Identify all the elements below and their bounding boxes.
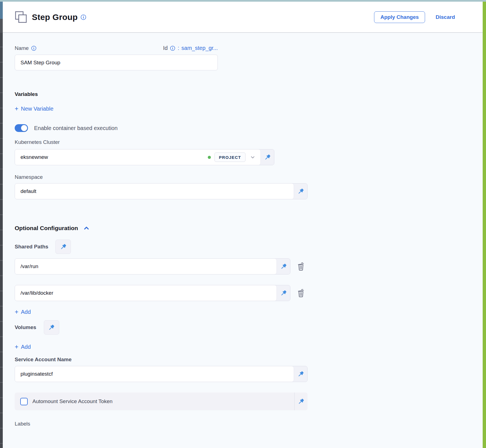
namespace-input[interactable] (21, 188, 289, 194)
container-execution-toggle[interactable] (15, 124, 28, 132)
id-info-icon[interactable] (170, 45, 175, 51)
id-colon: : (178, 45, 179, 51)
plus-icon: + (15, 309, 18, 315)
automount-checkbox[interactable] (20, 398, 28, 405)
optional-configuration-title: Optional Configuration (15, 225, 78, 231)
drawer-content: Name Id : (3, 45, 483, 427)
plus-icon: + (15, 106, 18, 112)
toggle-knob (21, 125, 27, 131)
name-input[interactable] (15, 55, 218, 70)
scope-badge: PROJECT (214, 152, 245, 162)
service-account-field-group (15, 366, 308, 382)
shared-path-input-1[interactable] (21, 263, 272, 269)
top-edge-strip (0, 0, 486, 2)
drawer-header: Step Group Apply Changes Discard (3, 2, 483, 33)
discard-button[interactable]: Discard (436, 14, 455, 20)
step-group-icon (15, 11, 27, 24)
step-group-drawer: Step Group Apply Changes Discard Name (3, 2, 483, 448)
shared-path-row (15, 285, 483, 301)
service-account-pin-button[interactable] (294, 366, 307, 382)
shared-path-row (15, 258, 483, 274)
automount-row: Automount Service Account Token (15, 393, 308, 410)
plus-icon: + (15, 344, 18, 350)
right-edge-strip (483, 2, 486, 448)
entity-id: Id : sam_step_gr... (163, 45, 218, 51)
name-info-icon[interactable] (31, 45, 37, 51)
add-shared-path-button[interactable]: + Add (15, 309, 31, 315)
kubernetes-cluster-value: eksnewnew (21, 154, 208, 160)
shared-paths-label: Shared Paths (15, 244, 48, 250)
shared-path-2-pin-button[interactable] (277, 285, 290, 301)
kubernetes-cluster-label: Kubernetes Cluster (15, 139, 483, 145)
info-icon[interactable] (80, 14, 86, 20)
delete-shared-path-1-button[interactable] (296, 262, 305, 271)
left-edge-strip-blue (0, 2, 3, 19)
page-title: Step Group (32, 12, 78, 22)
collapse-chevron-up-icon[interactable] (83, 224, 90, 232)
shared-path-1-pin-button[interactable] (277, 259, 290, 274)
container-execution-label: Enable container based execution (34, 125, 117, 131)
connector-status-dot (208, 156, 211, 159)
service-account-label: Service Account Name (15, 357, 483, 363)
cluster-pin-button[interactable] (261, 149, 274, 165)
service-account-input[interactable] (21, 371, 289, 377)
shared-paths-pin-button[interactable] (55, 240, 71, 254)
delete-shared-path-2-button[interactable] (296, 288, 305, 298)
labels-section-label: Labels (15, 421, 483, 427)
id-label: Id (163, 45, 168, 51)
automount-label: Automount Service Account Token (32, 398, 112, 404)
left-edge-strip-mid (0, 19, 3, 33)
name-label: Name (15, 45, 29, 51)
volumes-pin-button[interactable] (44, 320, 59, 335)
left-edge-strip (0, 2, 3, 448)
shared-path-input-2[interactable] (21, 290, 272, 296)
namespace-field-group (15, 183, 308, 199)
volumes-label: Volumes (15, 324, 36, 330)
namespace-pin-button[interactable] (294, 184, 307, 199)
chevron-down-icon[interactable] (249, 154, 256, 161)
variables-section-title: Variables (15, 91, 483, 97)
kubernetes-cluster-select[interactable]: eksnewnew PROJECT (15, 149, 274, 165)
automount-pin-button[interactable] (294, 393, 308, 410)
new-variable-button[interactable]: + New Variable (15, 106, 53, 112)
id-value: sam_step_gr... (181, 45, 218, 51)
apply-changes-button[interactable]: Apply Changes (374, 11, 425, 23)
add-volume-button[interactable]: + Add (15, 344, 31, 350)
namespace-label: Namespace (15, 174, 483, 180)
